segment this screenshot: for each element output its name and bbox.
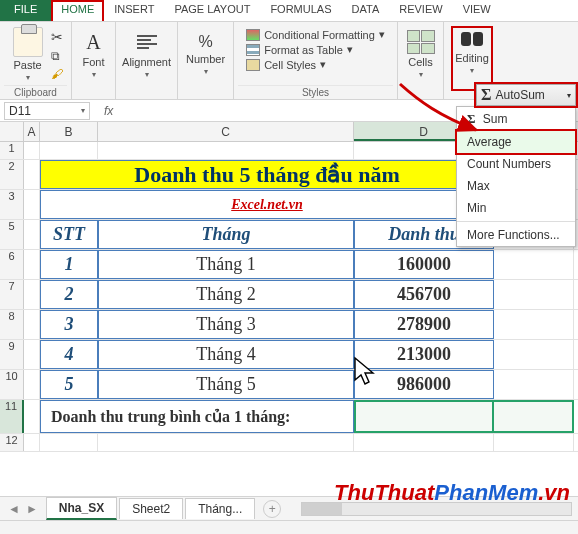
cells-icon — [407, 30, 435, 54]
avg-label: Doanh thu trung bình của 1 tháng: — [40, 400, 354, 433]
cell-thang: Tháng 1 — [98, 250, 354, 279]
selected-cell-d11[interactable] — [354, 400, 494, 433]
editing-button[interactable]: Editing ▾ — [451, 26, 493, 91]
chevron-down-icon: ▾ — [419, 70, 423, 79]
menu-data[interactable]: DATA — [342, 0, 390, 21]
group-alignment: Alignment ▾ . — [116, 22, 178, 99]
row-6: 6 1 Tháng 1 160000 — [0, 250, 578, 280]
chevron-down-icon: ▾ — [145, 70, 149, 79]
th-thang: Tháng — [98, 220, 354, 249]
average-label: Average — [467, 135, 511, 149]
cell-stt: 3 — [40, 310, 98, 339]
menu-file[interactable]: FILE — [0, 0, 51, 21]
align-icon — [135, 30, 159, 54]
chevron-down-icon: ▾ — [567, 91, 571, 100]
row-12: 12 — [0, 434, 578, 452]
cell-val: 986000 — [354, 370, 494, 399]
report-title: Doanh thu 5 tháng đầu năm — [40, 160, 494, 189]
group-clipboard: Paste ▾ ✂ ⧉ 🖌 Clipboard — [0, 22, 72, 99]
binoculars-icon — [460, 28, 484, 50]
menu-formulas[interactable]: FORMULAS — [260, 0, 341, 21]
cell-val: 456700 — [354, 280, 494, 309]
number-button[interactable]: % Number ▾ — [182, 31, 229, 78]
paste-button[interactable]: Paste ▾ — [9, 25, 47, 84]
th-stt: STT — [40, 220, 98, 249]
chevron-down-icon: ▾ — [81, 106, 85, 115]
number-label: Number — [186, 53, 225, 65]
cell-stt: 2 — [40, 280, 98, 309]
alignment-button[interactable]: Alignment ▾ — [118, 28, 175, 81]
cells-button[interactable]: Cells ▾ — [403, 28, 439, 81]
cell-stt: 5 — [40, 370, 98, 399]
group-font: A Font ▾ . — [72, 22, 116, 99]
sum-label: Sum — [483, 112, 508, 126]
tab-nav[interactable]: ◄ ► — [0, 502, 46, 516]
autosum-more[interactable]: More Functions... — [457, 224, 575, 246]
cell-val: 278900 — [354, 310, 494, 339]
autosum-min[interactable]: Min — [457, 197, 575, 219]
format-as-table-button[interactable]: Format as Table▾ — [246, 43, 385, 56]
new-sheet-button[interactable]: + — [263, 500, 281, 518]
chevron-down-icon: ▾ — [470, 66, 474, 75]
row-9: 9 4 Tháng 4 213000 — [0, 340, 578, 370]
cond-fmt-label: Conditional Formatting — [264, 29, 375, 41]
format-painter-icon[interactable]: 🖌 — [51, 67, 63, 81]
fx-icon[interactable]: fx — [104, 104, 113, 118]
chevron-down-icon: ▾ — [92, 70, 96, 79]
autosum-average[interactable]: Average — [457, 131, 575, 153]
cut-icon[interactable]: ✂ — [51, 29, 63, 45]
sheet-tab-nha-sx[interactable]: Nha_SX — [46, 497, 117, 520]
row-8: 8 3 Tháng 3 278900 — [0, 310, 578, 340]
sigma-icon: Σ — [481, 86, 491, 104]
cell-styles-button[interactable]: Cell Styles▾ — [246, 58, 385, 71]
conditional-formatting-button[interactable]: Conditional Formatting▾ — [246, 28, 385, 41]
report-subtitle: Excel.net.vn — [40, 190, 494, 219]
cell-val: 160000 — [354, 250, 494, 279]
sheet-tab-thang[interactable]: Tháng... — [185, 498, 255, 519]
font-button[interactable]: A Font ▾ — [78, 28, 110, 81]
selected-cell-e11[interactable] — [494, 400, 574, 433]
cell-stt: 4 — [40, 340, 98, 369]
fmt-table-label: Format as Table — [264, 44, 343, 56]
cell-styles-label: Cell Styles — [264, 59, 316, 71]
cell-thang: Tháng 3 — [98, 310, 354, 339]
cell-thang: Tháng 2 — [98, 280, 354, 309]
name-box[interactable]: D11 ▾ — [4, 102, 90, 120]
font-icon: A — [82, 30, 106, 54]
menu-insert[interactable]: INSERT — [104, 0, 164, 21]
tab-next-icon[interactable]: ► — [26, 502, 38, 516]
autosum-sum[interactable]: Σ Sum — [457, 107, 575, 131]
autosum-max[interactable]: Max — [457, 175, 575, 197]
percent-icon: % — [198, 33, 212, 51]
menu-page-layout[interactable]: PAGE LAYOUT — [164, 0, 260, 21]
autosum-menu: Σ Sum Average Count Numbers Max Min More… — [456, 106, 576, 247]
cell-thang: Tháng 5 — [98, 370, 354, 399]
chevron-down-icon: ▾ — [320, 58, 326, 71]
horizontal-scrollbar[interactable] — [301, 502, 572, 516]
autosum-label: AutoSum — [495, 88, 544, 102]
menu-home[interactable]: HOME — [51, 0, 104, 21]
col-c[interactable]: C — [98, 122, 354, 141]
select-all-corner[interactable] — [0, 122, 24, 141]
sigma-icon: Σ — [467, 111, 476, 126]
styles-label: Styles — [238, 85, 393, 99]
col-a[interactable]: A — [24, 122, 40, 141]
chevron-down-icon: ▾ — [26, 73, 30, 82]
autosum-button[interactable]: Σ AutoSum ▾ — [476, 84, 576, 106]
cell-stt: 1 — [40, 250, 98, 279]
group-cells: Cells ▾ . — [398, 22, 444, 99]
copy-icon[interactable]: ⧉ — [51, 49, 63, 63]
cell-thang: Tháng 4 — [98, 340, 354, 369]
paste-label: Paste — [13, 59, 41, 71]
menu-review[interactable]: REVIEW — [389, 0, 452, 21]
name-box-value: D11 — [9, 104, 31, 118]
sheet-tab-bar: ◄ ► Nha_SX Sheet2 Tháng... + — [0, 496, 578, 520]
row-11: 11 Doanh thu trung bình của 1 tháng: — [0, 400, 578, 434]
col-b[interactable]: B — [40, 122, 98, 141]
group-styles: Conditional Formatting▾ Format as Table▾… — [234, 22, 398, 99]
editing-label: Editing — [455, 52, 489, 64]
autosum-count[interactable]: Count Numbers — [457, 153, 575, 175]
tab-prev-icon[interactable]: ◄ — [8, 502, 20, 516]
menu-view[interactable]: VIEW — [453, 0, 501, 21]
sheet-tab-sheet2[interactable]: Sheet2 — [119, 498, 183, 519]
